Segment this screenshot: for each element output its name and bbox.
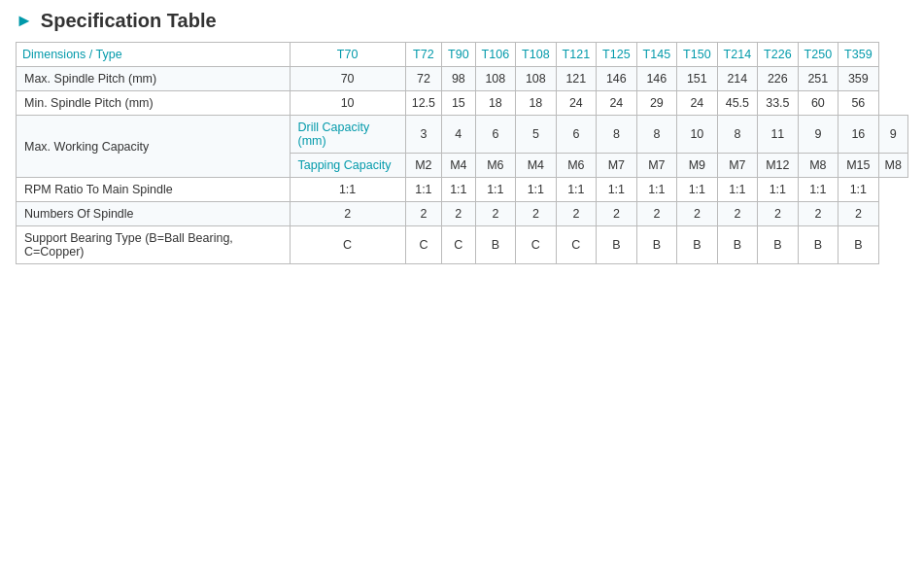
table-cell: C [556,226,597,264]
table-cell: 1:1 [405,178,441,202]
col-t150: T150 [677,43,718,67]
table-cell: 5 [516,116,557,154]
col-t121: T121 [556,43,597,67]
page-title: Specification Table [41,10,217,32]
table-cell: 1:1 [636,178,677,202]
table-cell: 9 [798,116,838,154]
table-cell: 2 [405,202,441,226]
table-cell: B [597,226,637,264]
table-cell: 1:1 [597,178,637,202]
table-cell: 10 [290,91,405,116]
row-header-cell: Numbers Of Spindle [17,202,291,226]
tapping-capacity-label: Tapping Capacity [290,154,405,178]
table-cell: M15 [838,154,879,178]
table-cell: M12 [758,154,799,178]
table-cell: M7 [597,154,637,178]
table-cell: 2 [597,202,637,226]
col-t106: T106 [475,43,516,67]
table-cell: 56 [838,91,879,116]
table-cell: 1:1 [556,178,597,202]
table-cell: 1:1 [475,178,516,202]
table-cell: 33.5 [758,91,799,116]
table-cell: B [717,226,758,264]
table-cell: C [405,226,441,264]
col-t108: T108 [516,43,557,67]
drill-capacity-label: Drill Capacity (mm) [290,116,405,154]
table-cell: 45.5 [717,91,758,116]
specification-table: Dimensions / Type T70 T72 T90 T106 T108 … [16,42,908,264]
table-cell: 72 [405,67,441,91]
table-cell: B [798,226,838,264]
table-cell: B [838,226,879,264]
table-cell: 98 [442,67,476,91]
table-cell: M6 [556,154,597,178]
table-cell: 2 [556,202,597,226]
table-cell: 15 [442,91,476,116]
table-cell: 2 [677,202,718,226]
table-cell: 12.5 [405,91,441,116]
title-arrow-icon: ► [16,11,33,31]
table-cell: M8 [798,154,838,178]
table-cell: 8 [636,116,677,154]
table-cell: 151 [677,67,718,91]
section-title: ► Specification Table [16,10,908,32]
table-cell: 18 [475,91,516,116]
table-cell: 18 [516,91,557,116]
table-cell: 108 [516,67,557,91]
table-cell: 1:1 [677,178,718,202]
row-header-cell: Max. Spindle Pitch (mm) [17,67,291,91]
col-t70: T70 [290,43,405,67]
col-t359: T359 [838,43,879,67]
row-header-cell: RPM Ratio To Main Spindle [17,178,291,202]
table-cell: 1:1 [838,178,879,202]
row-header-cell: Support Bearing Type (B=Ball Bearing, C=… [17,226,291,264]
table-cell: M7 [636,154,677,178]
table-cell: 2 [798,202,838,226]
table-cell: 2 [717,202,758,226]
table-cell: M2 [405,154,441,178]
table-cell: M7 [717,154,758,178]
table-cell: B [758,226,799,264]
table-cell: 2 [838,202,879,226]
table-cell: M4 [442,154,476,178]
col-t90: T90 [442,43,476,67]
table-cell: 108 [475,67,516,91]
col-dimensions-type: Dimensions / Type [17,43,291,67]
table-cell: 1:1 [442,178,476,202]
table-cell: 1:1 [798,178,838,202]
col-t72: T72 [405,43,441,67]
table-cell: 10 [677,116,718,154]
table-cell: 8 [717,116,758,154]
table-cell: C [442,226,476,264]
table-cell: 1:1 [290,178,405,202]
table-cell: 214 [717,67,758,91]
table-cell: 2 [516,202,557,226]
table-cell: C [516,226,557,264]
table-cell: 3 [405,116,441,154]
table-cell: 24 [556,91,597,116]
table-cell: 146 [636,67,677,91]
table-cell: 70 [290,67,405,91]
table-cell: 24 [677,91,718,116]
table-cell: 226 [758,67,799,91]
table-cell: 251 [798,67,838,91]
table-cell: 29 [636,91,677,116]
col-t250: T250 [798,43,838,67]
table-cell: 4 [442,116,476,154]
table-cell: 8 [597,116,637,154]
table-cell: 2 [475,202,516,226]
table-cell: M4 [516,154,557,178]
table-cell: 6 [475,116,516,154]
table-cell: B [475,226,516,264]
table-cell: 6 [556,116,597,154]
table-cell: M9 [677,154,718,178]
table-cell: 121 [556,67,597,91]
table-cell: C [290,226,405,264]
table-cell: 16 [838,116,879,154]
table-cell: 60 [798,91,838,116]
table-cell: 146 [597,67,637,91]
table-cell: M8 [878,154,907,178]
table-cell: 11 [758,116,799,154]
col-t214: T214 [717,43,758,67]
col-t226: T226 [758,43,799,67]
